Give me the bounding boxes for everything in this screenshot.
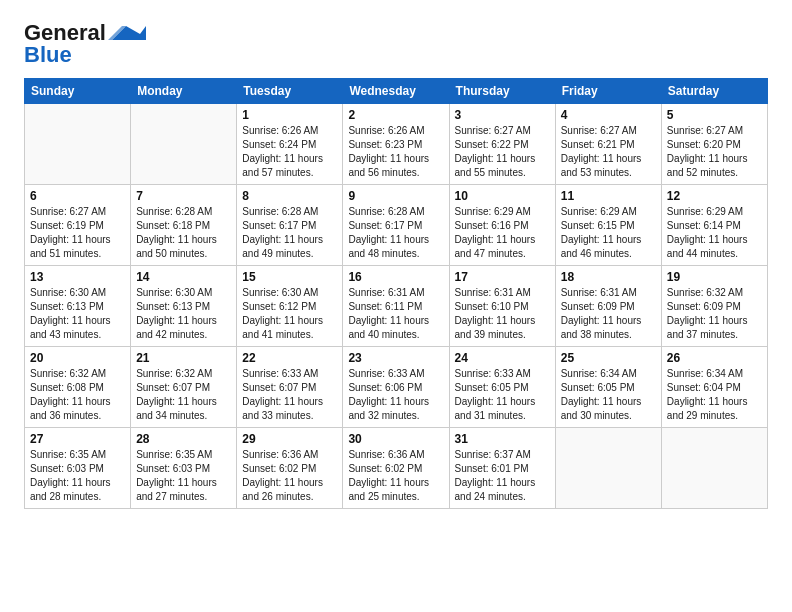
day-cell: 30Sunrise: 6:36 AMSunset: 6:02 PMDayligh… xyxy=(343,428,449,509)
day-cell: 6Sunrise: 6:27 AMSunset: 6:19 PMDaylight… xyxy=(25,185,131,266)
day-info: Sunrise: 6:33 AMSunset: 6:05 PMDaylight:… xyxy=(455,367,550,423)
day-cell: 26Sunrise: 6:34 AMSunset: 6:04 PMDayligh… xyxy=(661,347,767,428)
day-cell: 15Sunrise: 6:30 AMSunset: 6:12 PMDayligh… xyxy=(237,266,343,347)
day-info: Sunrise: 6:26 AMSunset: 6:24 PMDaylight:… xyxy=(242,124,337,180)
day-info: Sunrise: 6:34 AMSunset: 6:05 PMDaylight:… xyxy=(561,367,656,423)
day-number: 25 xyxy=(561,351,656,365)
day-number: 4 xyxy=(561,108,656,122)
day-info: Sunrise: 6:29 AMSunset: 6:14 PMDaylight:… xyxy=(667,205,762,261)
day-number: 9 xyxy=(348,189,443,203)
day-info: Sunrise: 6:32 AMSunset: 6:08 PMDaylight:… xyxy=(30,367,125,423)
day-number: 19 xyxy=(667,270,762,284)
day-number: 20 xyxy=(30,351,125,365)
logo: General Blue xyxy=(24,20,146,68)
day-cell xyxy=(661,428,767,509)
day-cell: 2Sunrise: 6:26 AMSunset: 6:23 PMDaylight… xyxy=(343,104,449,185)
logo-blue: Blue xyxy=(24,42,72,68)
day-cell: 24Sunrise: 6:33 AMSunset: 6:05 PMDayligh… xyxy=(449,347,555,428)
day-info: Sunrise: 6:31 AMSunset: 6:10 PMDaylight:… xyxy=(455,286,550,342)
day-cell: 20Sunrise: 6:32 AMSunset: 6:08 PMDayligh… xyxy=(25,347,131,428)
day-number: 23 xyxy=(348,351,443,365)
day-number: 29 xyxy=(242,432,337,446)
weekday-monday: Monday xyxy=(131,79,237,104)
day-info: Sunrise: 6:33 AMSunset: 6:07 PMDaylight:… xyxy=(242,367,337,423)
day-info: Sunrise: 6:34 AMSunset: 6:04 PMDaylight:… xyxy=(667,367,762,423)
day-number: 1 xyxy=(242,108,337,122)
day-cell: 8Sunrise: 6:28 AMSunset: 6:17 PMDaylight… xyxy=(237,185,343,266)
day-cell: 17Sunrise: 6:31 AMSunset: 6:10 PMDayligh… xyxy=(449,266,555,347)
day-cell: 7Sunrise: 6:28 AMSunset: 6:18 PMDaylight… xyxy=(131,185,237,266)
day-cell: 31Sunrise: 6:37 AMSunset: 6:01 PMDayligh… xyxy=(449,428,555,509)
day-info: Sunrise: 6:30 AMSunset: 6:13 PMDaylight:… xyxy=(136,286,231,342)
day-cell xyxy=(131,104,237,185)
week-row-1: 1Sunrise: 6:26 AMSunset: 6:24 PMDaylight… xyxy=(25,104,768,185)
day-number: 13 xyxy=(30,270,125,284)
day-number: 12 xyxy=(667,189,762,203)
day-number: 8 xyxy=(242,189,337,203)
day-number: 30 xyxy=(348,432,443,446)
weekday-saturday: Saturday xyxy=(661,79,767,104)
calendar: SundayMondayTuesdayWednesdayThursdayFrid… xyxy=(24,78,768,509)
day-number: 3 xyxy=(455,108,550,122)
header: General Blue xyxy=(24,20,768,68)
day-number: 6 xyxy=(30,189,125,203)
day-cell: 14Sunrise: 6:30 AMSunset: 6:13 PMDayligh… xyxy=(131,266,237,347)
day-number: 31 xyxy=(455,432,550,446)
day-info: Sunrise: 6:28 AMSunset: 6:17 PMDaylight:… xyxy=(348,205,443,261)
day-cell xyxy=(25,104,131,185)
weekday-friday: Friday xyxy=(555,79,661,104)
day-cell: 10Sunrise: 6:29 AMSunset: 6:16 PMDayligh… xyxy=(449,185,555,266)
day-info: Sunrise: 6:30 AMSunset: 6:12 PMDaylight:… xyxy=(242,286,337,342)
weekday-header-row: SundayMondayTuesdayWednesdayThursdayFrid… xyxy=(25,79,768,104)
day-cell: 11Sunrise: 6:29 AMSunset: 6:15 PMDayligh… xyxy=(555,185,661,266)
day-cell: 4Sunrise: 6:27 AMSunset: 6:21 PMDaylight… xyxy=(555,104,661,185)
day-cell: 23Sunrise: 6:33 AMSunset: 6:06 PMDayligh… xyxy=(343,347,449,428)
week-row-5: 27Sunrise: 6:35 AMSunset: 6:03 PMDayligh… xyxy=(25,428,768,509)
day-number: 18 xyxy=(561,270,656,284)
weekday-thursday: Thursday xyxy=(449,79,555,104)
day-info: Sunrise: 6:36 AMSunset: 6:02 PMDaylight:… xyxy=(348,448,443,504)
day-number: 16 xyxy=(348,270,443,284)
day-cell: 27Sunrise: 6:35 AMSunset: 6:03 PMDayligh… xyxy=(25,428,131,509)
day-cell: 29Sunrise: 6:36 AMSunset: 6:02 PMDayligh… xyxy=(237,428,343,509)
page: General Blue SundayMondayTuesdayWednesda… xyxy=(0,0,792,612)
day-number: 14 xyxy=(136,270,231,284)
day-number: 2 xyxy=(348,108,443,122)
day-info: Sunrise: 6:30 AMSunset: 6:13 PMDaylight:… xyxy=(30,286,125,342)
day-cell: 22Sunrise: 6:33 AMSunset: 6:07 PMDayligh… xyxy=(237,347,343,428)
day-cell: 13Sunrise: 6:30 AMSunset: 6:13 PMDayligh… xyxy=(25,266,131,347)
day-info: Sunrise: 6:27 AMSunset: 6:19 PMDaylight:… xyxy=(30,205,125,261)
day-cell: 5Sunrise: 6:27 AMSunset: 6:20 PMDaylight… xyxy=(661,104,767,185)
day-number: 15 xyxy=(242,270,337,284)
day-cell xyxy=(555,428,661,509)
weekday-tuesday: Tuesday xyxy=(237,79,343,104)
day-number: 11 xyxy=(561,189,656,203)
day-info: Sunrise: 6:35 AMSunset: 6:03 PMDaylight:… xyxy=(30,448,125,504)
day-number: 5 xyxy=(667,108,762,122)
day-cell: 19Sunrise: 6:32 AMSunset: 6:09 PMDayligh… xyxy=(661,266,767,347)
day-info: Sunrise: 6:27 AMSunset: 6:20 PMDaylight:… xyxy=(667,124,762,180)
day-info: Sunrise: 6:31 AMSunset: 6:09 PMDaylight:… xyxy=(561,286,656,342)
day-info: Sunrise: 6:32 AMSunset: 6:07 PMDaylight:… xyxy=(136,367,231,423)
logo-icon xyxy=(108,22,146,44)
day-info: Sunrise: 6:29 AMSunset: 6:15 PMDaylight:… xyxy=(561,205,656,261)
day-info: Sunrise: 6:36 AMSunset: 6:02 PMDaylight:… xyxy=(242,448,337,504)
day-cell: 3Sunrise: 6:27 AMSunset: 6:22 PMDaylight… xyxy=(449,104,555,185)
day-number: 26 xyxy=(667,351,762,365)
day-number: 27 xyxy=(30,432,125,446)
day-number: 22 xyxy=(242,351,337,365)
day-number: 21 xyxy=(136,351,231,365)
day-cell: 12Sunrise: 6:29 AMSunset: 6:14 PMDayligh… xyxy=(661,185,767,266)
day-cell: 18Sunrise: 6:31 AMSunset: 6:09 PMDayligh… xyxy=(555,266,661,347)
day-cell: 28Sunrise: 6:35 AMSunset: 6:03 PMDayligh… xyxy=(131,428,237,509)
day-info: Sunrise: 6:28 AMSunset: 6:17 PMDaylight:… xyxy=(242,205,337,261)
day-info: Sunrise: 6:37 AMSunset: 6:01 PMDaylight:… xyxy=(455,448,550,504)
day-info: Sunrise: 6:26 AMSunset: 6:23 PMDaylight:… xyxy=(348,124,443,180)
week-row-3: 13Sunrise: 6:30 AMSunset: 6:13 PMDayligh… xyxy=(25,266,768,347)
day-info: Sunrise: 6:29 AMSunset: 6:16 PMDaylight:… xyxy=(455,205,550,261)
day-cell: 16Sunrise: 6:31 AMSunset: 6:11 PMDayligh… xyxy=(343,266,449,347)
day-info: Sunrise: 6:27 AMSunset: 6:21 PMDaylight:… xyxy=(561,124,656,180)
day-info: Sunrise: 6:33 AMSunset: 6:06 PMDaylight:… xyxy=(348,367,443,423)
weekday-wednesday: Wednesday xyxy=(343,79,449,104)
day-info: Sunrise: 6:32 AMSunset: 6:09 PMDaylight:… xyxy=(667,286,762,342)
